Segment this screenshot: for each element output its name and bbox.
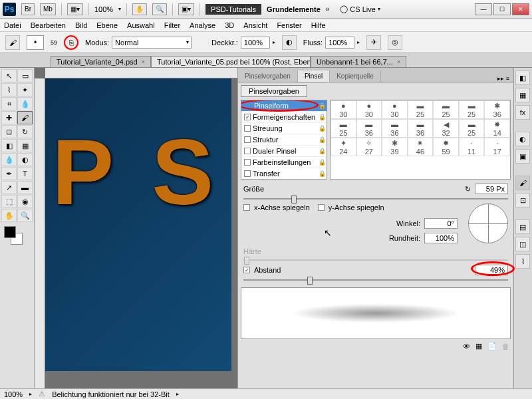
dock-masks-icon[interactable]: ▣: [515, 149, 530, 164]
brush-tip[interactable]: ●30: [356, 100, 382, 119]
menu-fenster[interactable]: Fenster: [277, 21, 301, 29]
blur-tool[interactable]: 💧: [1, 153, 17, 166]
panel-menu-icon[interactable]: ▸▸ ≡: [493, 75, 513, 82]
zoom-level[interactable]: 100%: [94, 5, 113, 13]
menu-ebene[interactable]: Ebene: [96, 21, 118, 29]
brush-tip[interactable]: ✦24: [331, 138, 356, 156]
brush-tip[interactable]: ✱39: [382, 138, 408, 156]
brush-tip[interactable]: ✹59: [433, 138, 459, 156]
doc-tab-1[interactable]: Tutorial_Variante_04.psd×: [51, 56, 151, 67]
brush-tip[interactable]: ▬25: [459, 119, 485, 138]
zoom-tool[interactable]: 🔍: [17, 209, 33, 222]
wand-tool[interactable]: ✦: [17, 83, 33, 96]
workspace-label[interactable]: PSD-Tutorials: [205, 4, 261, 15]
brush-tip[interactable]: ·11: [459, 138, 485, 156]
section-checkbox[interactable]: [244, 125, 251, 132]
brush-tip[interactable]: ▬36: [382, 119, 408, 138]
presets-button[interactable]: Pinselvorgaben: [241, 85, 307, 97]
brush-tip[interactable]: ●30: [382, 100, 408, 119]
pressure-size-icon[interactable]: ◎: [388, 35, 402, 50]
brush-tip[interactable]: ●30: [331, 100, 356, 119]
size-input[interactable]: 59 Px: [475, 184, 508, 194]
brush-tip[interactable]: ✧27: [356, 138, 382, 156]
brush-tip[interactable]: ◀32: [433, 119, 459, 138]
menu-datei[interactable]: Datei: [4, 21, 21, 29]
fg-color[interactable]: [4, 226, 16, 238]
section-dualer-pinsel[interactable]: Dualer Pinsel🔒: [241, 146, 327, 157]
section-farbeinstellungen[interactable]: Farbeinstellungen🔒: [241, 157, 327, 168]
stamp-tool[interactable]: ⊡: [1, 125, 17, 138]
lock-icon[interactable]: 🔒: [319, 148, 326, 154]
section-checkbox[interactable]: ✓: [244, 114, 251, 120]
section-checkbox[interactable]: [244, 148, 251, 154]
tab-kopierquelle[interactable]: Kopierquelle: [330, 70, 381, 82]
brush-tip[interactable]: ·17: [484, 138, 510, 156]
close-icon[interactable]: ×: [397, 59, 400, 65]
spacing-slider[interactable]: [243, 279, 508, 281]
type-tool[interactable]: T: [17, 167, 33, 180]
hand-tool[interactable]: ✋: [1, 209, 17, 222]
path-tool[interactable]: ↗: [1, 181, 17, 194]
screen-mode-button[interactable]: ▣▾: [178, 3, 194, 15]
lock-icon[interactable]: 🔒: [319, 125, 326, 132]
brush-tip[interactable]: ▬36: [408, 119, 434, 138]
lock-icon[interactable]: 🔒: [319, 136, 326, 143]
menu-auswahl[interactable]: Auswahl: [127, 21, 155, 29]
tool-preset-icon[interactable]: 🖌: [5, 35, 20, 50]
view-extras-button[interactable]: ▦▾: [67, 3, 83, 15]
close-button[interactable]: ✕: [512, 3, 529, 15]
tab-pinsel[interactable]: Pinsel: [298, 70, 330, 82]
lasso-tool[interactable]: ⌇: [1, 83, 17, 96]
modus-dropdown[interactable]: Normal: [112, 37, 192, 49]
ruler-vertical[interactable]: [35, 78, 45, 388]
brush-tip[interactable]: ▬25: [408, 100, 434, 119]
brush-preview[interactable]: •: [27, 35, 44, 50]
angle-input[interactable]: 0°: [424, 218, 458, 229]
menu-filter[interactable]: Filter: [164, 21, 180, 29]
reset-icon[interactable]: ↻: [465, 185, 471, 194]
dock-adjustments-icon[interactable]: ◐: [515, 132, 530, 146]
size-slider[interactable]: [243, 198, 508, 200]
dock-brush-icon[interactable]: 🖌: [515, 176, 530, 190]
dock-paths-icon[interactable]: ⌇: [515, 254, 530, 269]
crop-tool[interactable]: ⌗: [1, 97, 17, 110]
brush-tip[interactable]: ✷46: [408, 138, 434, 156]
brush-tip[interactable]: ▬36: [356, 119, 382, 138]
history-brush-tool[interactable]: ↻: [17, 125, 33, 138]
roundness-input[interactable]: 100%: [424, 233, 458, 243]
3d-camera-tool[interactable]: ◉: [17, 195, 33, 208]
brush-tip[interactable]: ▬25: [433, 100, 459, 119]
section-struktur[interactable]: Struktur🔒: [241, 134, 327, 146]
pressure-opacity-icon[interactable]: ◐: [282, 35, 297, 50]
lock-icon[interactable]: 🔒: [319, 170, 326, 177]
xflip-checkbox[interactable]: [243, 204, 250, 211]
close-icon[interactable]: ×: [142, 59, 145, 65]
brush-panel-toggle[interactable]: ⎘: [64, 35, 78, 50]
dock-color-icon[interactable]: ◧: [515, 70, 530, 85]
brush-tip[interactable]: ✱36: [484, 100, 510, 119]
move-tool[interactable]: ↖: [1, 69, 17, 82]
section-streuung[interactable]: Streuung🔒: [241, 123, 327, 134]
opacity-input[interactable]: 100%: [241, 37, 270, 49]
hand-button[interactable]: ✋: [132, 3, 147, 15]
cslive-label[interactable]: CS Live: [350, 5, 376, 13]
section-checkbox[interactable]: [244, 136, 251, 143]
section-formeigenschaften[interactable]: ✓Formeigenschaften🔒: [241, 112, 327, 123]
section-checkbox[interactable]: [244, 159, 251, 166]
tab-pinselvorgaben[interactable]: Pinselvorgaben: [238, 70, 298, 82]
doc-tab-2[interactable]: Tutorial_Variante_05.psd bei 100% (Rost,…: [151, 56, 311, 67]
new-preset-icon[interactable]: ▦: [475, 342, 482, 350]
eraser-tool[interactable]: ◧: [1, 139, 17, 152]
flow-input[interactable]: 100%: [325, 37, 354, 49]
save-icon[interactable]: 📄: [487, 342, 497, 350]
dock-styles-icon[interactable]: fx: [515, 105, 530, 120]
minimize-button[interactable]: —: [475, 3, 492, 15]
lock-icon[interactable]: 🔒: [319, 102, 326, 109]
color-swatches[interactable]: [1, 226, 33, 246]
menu-analyse[interactable]: Analyse: [190, 21, 215, 29]
section-checkbox[interactable]: [244, 170, 251, 177]
preview-toggle-icon[interactable]: 👁: [463, 342, 470, 350]
brush-tip-grid[interactable]: ●30●30●30▬25▬25▬25✱36▬25▬36▬36▬36◀32▬25✸…: [330, 100, 511, 180]
menu-ansicht[interactable]: Ansicht: [243, 21, 267, 29]
shape-tool[interactable]: ▬: [17, 181, 33, 194]
